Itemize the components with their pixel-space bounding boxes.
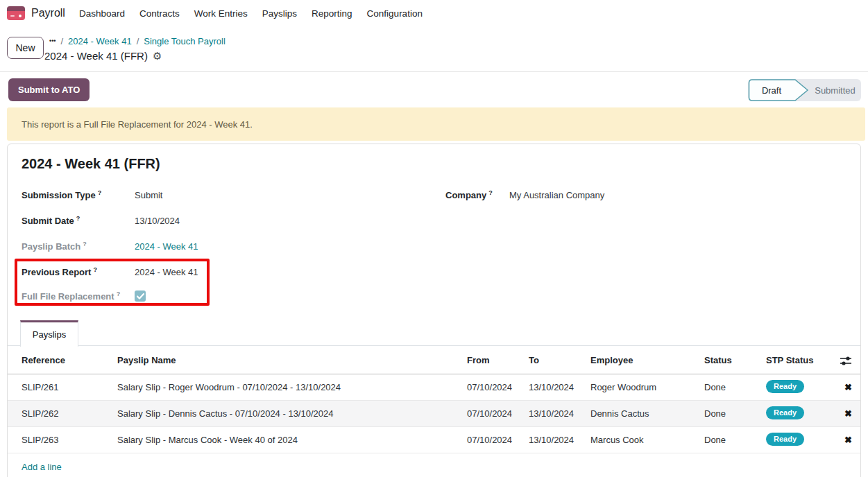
help-icon[interactable]: ? <box>117 290 121 297</box>
breadcrumb-stp-link[interactable]: Single Touch Payroll <box>144 36 225 46</box>
record-name: 2024 - Week 41 (FFR) <box>44 50 148 62</box>
panel-divider <box>0 71 868 72</box>
cell-payslip-name: Salary Slip - Marcus Cook - Week 40 of 2… <box>117 435 298 445</box>
new-button[interactable]: New <box>7 37 44 59</box>
col-header-from[interactable]: From <box>467 355 490 365</box>
field-label-payslip-batch: Payslip Batch? <box>22 241 135 252</box>
stp-status-badge: Ready <box>766 380 804 393</box>
breadcrumb-current: 2024 - Week 41 (FFR) ⚙ <box>44 49 162 62</box>
add-line-row: Add a line <box>8 454 860 477</box>
menu-reporting[interactable]: Reporting <box>312 8 352 19</box>
main-menu: Dashboard Contracts Work Entries Payslip… <box>79 8 423 19</box>
menu-dashboard[interactable]: Dashboard <box>79 8 125 19</box>
field-row-company: Company? My Australian Company <box>445 188 604 202</box>
cell-employee: Dennis Cactus <box>590 408 649 419</box>
statusbar-state-draft[interactable]: Draft <box>748 79 809 101</box>
col-header-to[interactable]: To <box>529 355 539 365</box>
cell-from: 07/10/2024 <box>467 382 512 392</box>
statusbar-draft-label: Draft <box>748 79 795 101</box>
cell-status: Done <box>704 408 726 419</box>
statusbar-state-submitted[interactable]: Submitted <box>809 79 861 101</box>
breadcrumb-batch-link[interactable]: 2024 - Week 41 <box>68 36 132 46</box>
top-navbar: Payroll Dashboard Contracts Work Entries… <box>0 0 868 26</box>
breadcrumb-separator: / <box>60 36 63 46</box>
field-row-submit-date: Submit Date? 13/10/2024 <box>22 214 180 227</box>
ffr-alert-banner: This report is a Full File Replacement f… <box>7 107 865 141</box>
add-a-line-link[interactable]: Add a line <box>22 462 62 472</box>
table-row[interactable]: SLIP/261 Salary Slip - Roger Woodrum - 0… <box>8 374 860 401</box>
help-icon[interactable]: ? <box>93 266 97 273</box>
payroll-app-icon[interactable] <box>7 6 25 20</box>
delete-row-icon[interactable]: ✖ <box>844 435 852 445</box>
page-title: 2024 - Week 41 (FFR) <box>22 156 160 172</box>
field-value-submit-date[interactable]: 13/10/2024 <box>135 216 180 226</box>
statusbar: Draft Submitted <box>748 79 861 101</box>
breadcrumb-separator: / <box>137 36 139 46</box>
table-row[interactable]: SLIP/262 Salary Slip - Dennis Cactus - 0… <box>8 401 860 427</box>
stp-status-badge: Ready <box>766 406 804 419</box>
ffr-alert-text: This report is a Full File Replacement f… <box>22 119 253 130</box>
cell-to: 13/10/2024 <box>529 382 574 392</box>
optional-columns-icon[interactable] <box>839 355 853 369</box>
cell-to: 13/10/2024 <box>529 408 574 419</box>
delete-row-icon[interactable]: ✖ <box>844 382 852 392</box>
col-header-stp-status[interactable]: STP Status <box>766 355 813 365</box>
help-icon[interactable]: ? <box>83 241 87 248</box>
cell-employee: Roger Woodrum <box>590 382 656 392</box>
col-header-payslip-name[interactable]: Payslip Name <box>117 355 176 365</box>
field-value-company[interactable]: My Australian Company <box>509 190 604 200</box>
cell-reference: SLIP/262 <box>22 408 59 419</box>
field-label-full-file-replacement: Full File Replacement? <box>22 290 135 302</box>
table-row[interactable]: SLIP/263 Salary Slip - Marcus Cook - Wee… <box>8 427 860 453</box>
menu-work-entries[interactable]: Work Entries <box>194 8 248 19</box>
app-name[interactable]: Payroll <box>31 7 65 19</box>
cell-reference: SLIP/261 <box>22 382 59 392</box>
cell-payslip-name: Salary Slip - Dennis Cactus - 07/10/2024… <box>117 408 333 419</box>
menu-payslips[interactable]: Payslips <box>262 8 297 19</box>
menu-contracts[interactable]: Contracts <box>139 8 180 19</box>
field-label-submit-date: Submit Date? <box>22 215 135 226</box>
cell-from: 07/10/2024 <box>467 408 512 419</box>
breadcrumb: ••• / 2024 - Week 41 / Single Touch Payr… <box>49 35 225 46</box>
field-row-previous-report: Previous Report? 2024 - Week 41 <box>22 265 198 279</box>
breadcrumb-ellipsis-icon[interactable]: ••• <box>49 37 56 44</box>
cell-from: 07/10/2024 <box>467 435 512 445</box>
cell-payslip-name: Salary Slip - Roger Woodrum - 07/10/2024… <box>117 382 341 392</box>
col-header-employee[interactable]: Employee <box>590 355 633 365</box>
cell-status: Done <box>704 382 726 392</box>
help-icon[interactable]: ? <box>98 189 102 196</box>
help-icon[interactable]: ? <box>488 189 493 196</box>
field-label-company: Company? <box>445 189 509 200</box>
form-sheet: 2024 - Week 41 (FFR) Submission Type? Su… <box>7 144 861 477</box>
submit-to-ato-button[interactable]: Submit to ATO <box>8 78 90 101</box>
field-value-payslip-batch[interactable]: 2024 - Week 41 <box>135 241 198 252</box>
field-row-submission-type: Submission Type? Submit <box>22 188 162 202</box>
delete-row-icon[interactable]: ✖ <box>844 408 852 419</box>
field-row-full-file-replacement: Full File Replacement? <box>22 289 146 303</box>
stp-status-badge: Ready <box>766 433 804 446</box>
col-header-status[interactable]: Status <box>704 355 732 365</box>
gear-icon[interactable]: ⚙ <box>153 51 162 61</box>
field-label-submission-type: Submission Type? <box>22 189 135 200</box>
field-value-submission-type[interactable]: Submit <box>135 190 162 200</box>
payroll-app-window: Payroll Dashboard Contracts Work Entries… <box>0 0 868 477</box>
cell-to: 13/10/2024 <box>529 435 574 445</box>
help-icon[interactable]: ? <box>76 215 80 222</box>
menu-configuration[interactable]: Configuration <box>367 8 423 19</box>
full-file-replacement-checkbox[interactable] <box>135 290 146 302</box>
cell-status: Done <box>704 435 726 445</box>
field-label-previous-report: Previous Report? <box>22 266 135 277</box>
field-row-payslip-batch: Payslip Batch? 2024 - Week 41 <box>22 239 198 253</box>
tab-payslips[interactable]: Payslips <box>20 320 78 347</box>
cell-reference: SLIP/263 <box>22 435 59 445</box>
field-value-previous-report[interactable]: 2024 - Week 41 <box>135 267 198 277</box>
cell-employee: Marcus Cook <box>590 435 644 445</box>
table-header: Reference Payslip Name From To Employee … <box>8 346 860 374</box>
col-header-reference[interactable]: Reference <box>22 355 65 365</box>
